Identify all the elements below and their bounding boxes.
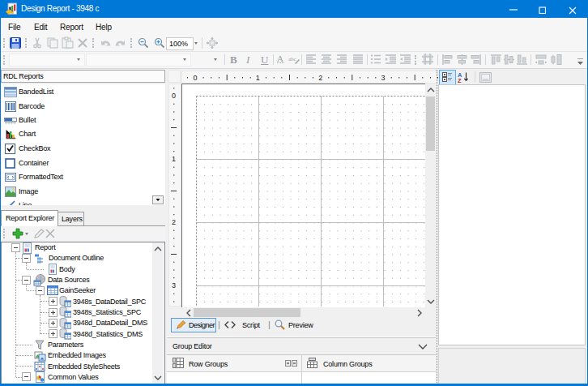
svg-text:abc: abc xyxy=(288,56,296,62)
svg-text:Z: Z xyxy=(458,77,462,84)
svg-text:1: 1 xyxy=(256,74,260,82)
svg-text:2: 2 xyxy=(172,218,176,226)
svg-text:1: 1 xyxy=(172,155,176,163)
svg-text:3: 3 xyxy=(172,281,176,290)
svg-text:0: 0 xyxy=(193,74,197,82)
svg-text:2: 2 xyxy=(318,74,322,82)
svg-text:0: 0 xyxy=(172,92,176,100)
svg-text:3: 3 xyxy=(381,74,385,82)
